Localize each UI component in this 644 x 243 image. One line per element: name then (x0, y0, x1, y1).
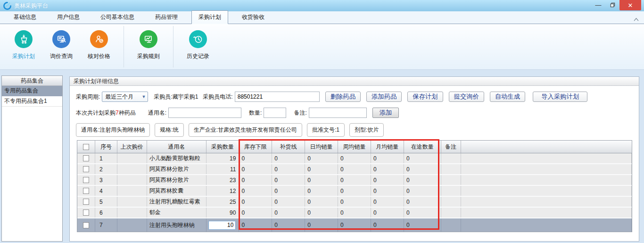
import-purchase-plan-button[interactable]: 导入采购计划 (533, 92, 587, 102)
cell-transit-qty: 0 (404, 218, 441, 232)
tab-company-info[interactable]: 公司基本信息 (93, 10, 141, 24)
row-checkbox[interactable] (83, 199, 89, 205)
generic-name-input[interactable] (168, 108, 241, 118)
column-header[interactable]: 日均销量 (305, 141, 338, 153)
toolbar-item-check-price[interactable]: 核对价格 (80, 24, 118, 69)
delete-drug-button[interactable]: 删除药品 (325, 92, 361, 102)
drug-info-tag: 剂型:饮片 (349, 123, 384, 137)
cell-weekly-avg: 0 (338, 175, 371, 185)
cell-filler (461, 153, 632, 163)
row-checkbox[interactable] (83, 166, 89, 172)
cell-purchase-qty (206, 218, 239, 232)
cell-remark (441, 175, 461, 185)
table-row[interactable]: 4阿莫西林胶囊12000000 (77, 186, 632, 197)
cell-filler (461, 197, 632, 207)
column-header[interactable]: 通用名 (147, 141, 206, 153)
cell-weekly-avg: 0 (338, 208, 371, 218)
cell-weekly-avg: 0 (338, 197, 371, 207)
close-button[interactable]: ✕ (619, 0, 641, 10)
cell-replenish-line: 0 (272, 175, 305, 185)
column-header[interactable]: 补货线 (272, 141, 305, 153)
remark-input[interactable] (309, 108, 367, 118)
column-header-filler (461, 141, 632, 153)
tab-user-info[interactable]: 用户信息 (50, 10, 87, 24)
tab-purchase-plan[interactable]: 采购计划 (191, 10, 228, 24)
window-title: 奥林采购平台 (14, 2, 48, 10)
column-header[interactable]: 库存下限 (239, 141, 272, 153)
cycle-select[interactable]: 最近三个月 ▼ (102, 92, 148, 102)
tab-drug-management[interactable]: 药品管理 (148, 10, 185, 24)
submit-inquiry-button[interactable]: 提交询价 (449, 92, 484, 102)
cell-last-price (117, 218, 147, 232)
cell-filler (461, 175, 632, 185)
generic-name-label: 通用名: (148, 109, 166, 117)
toolbar-item-purchase-rules[interactable]: 采购规则 (130, 24, 167, 69)
row-checkbox[interactable] (83, 188, 89, 194)
add-drug-button[interactable]: 添加药品 (366, 92, 402, 102)
phone-label: 采购员电话: (203, 93, 232, 101)
sidebar-item-non-special-drug-set-1[interactable]: 不专用药品集合1 (2, 96, 62, 107)
cell-monthly-avg: 0 (371, 153, 404, 163)
tab-receiving-acceptance[interactable]: 收货验收 (235, 10, 272, 24)
header-select-all[interactable] (77, 141, 95, 153)
toolbar-item-label: 询价查询 (50, 52, 73, 60)
sidebar-item-special-drug-set[interactable]: 专用药品集合 (2, 86, 62, 96)
cell-daily-avg: 0 (305, 175, 338, 185)
cell-filler (461, 208, 632, 218)
minimize-button[interactable]: — (591, 0, 605, 10)
column-header[interactable]: 周均销量 (338, 141, 371, 153)
collapse-ribbon-icon[interactable] (633, 17, 639, 22)
quantity-input[interactable] (264, 108, 286, 118)
column-header[interactable]: 上次购价 (117, 141, 147, 153)
cell-stock-lower: 0 (239, 197, 272, 207)
column-header[interactable]: 月均销量 (371, 141, 404, 153)
table-row[interactable]: 1小儿氨酚黄那敏颗粒19000000 (77, 153, 632, 164)
cell-purchase-qty: 11 (206, 164, 239, 174)
cell-stock-lower: 0 (239, 175, 272, 185)
cell-monthly-avg: 0 (371, 218, 404, 232)
restore-button[interactable] (605, 0, 619, 10)
drug-info-tag: 批准文号:1 (307, 123, 345, 137)
toolbar-item-inquiry-query[interactable]: 询价查询 (42, 24, 80, 69)
drug-tag-row: 通用名:注射用头孢唑林钠规格:统生产企业:甘肃效灵生物开发有限责任公司批准文号:… (76, 123, 639, 137)
toolbar-item-purchase-plan[interactable]: 采购计划 (5, 24, 42, 69)
column-header[interactable]: 序号 (95, 141, 117, 153)
row-checkbox[interactable] (83, 177, 89, 183)
column-header[interactable]: 在途数量 (404, 141, 441, 153)
cell-daily-avg: 0 (305, 208, 338, 218)
toolbar-item-history-record[interactable]: 历史记录 (179, 24, 217, 69)
cell-daily-avg: 0 (305, 186, 338, 196)
save-plan-button[interactable]: 保存计划 (407, 92, 443, 102)
row-checkbox[interactable] (83, 155, 89, 161)
drug-info-tag: 生产企业:甘肃效灵生物开发有限责任公司 (189, 123, 302, 137)
cell-no: 3 (95, 175, 117, 185)
table-row[interactable]: 5注射用乳糖酸红霉素25000000 (77, 197, 632, 208)
app-window: 奥林采购平台 — ✕ 基础信息用户信息公司基本信息药品管理采购计划收货验收 采购… (0, 0, 644, 243)
plan-detail-panel: 采购计划详细信息 采购周期: 最近三个月 ▼ 采购员:藏宇采购1 采购员电话: … (69, 76, 639, 242)
person-check-icon (90, 30, 108, 48)
auto-generate-button[interactable]: 自动生成 (490, 92, 525, 102)
tab-basic-info[interactable]: 基础信息 (7, 10, 43, 24)
phone-input[interactable] (235, 92, 320, 102)
cell-weekly-avg: 0 (338, 218, 371, 232)
add-button[interactable]: 添加 (372, 108, 399, 118)
column-header[interactable]: 采购数量 (206, 141, 239, 153)
cell-last-price (117, 164, 147, 174)
cell-replenish-line: 0 (272, 197, 305, 207)
table-row[interactable]: 3阿莫西林分散片23000000 (77, 175, 632, 186)
row-checkbox[interactable] (83, 222, 89, 228)
row-checkbox[interactable] (83, 209, 89, 216)
cell-replenish-line: 0 (272, 208, 305, 218)
cell-generic-name: 阿莫西林分散片 (147, 175, 206, 185)
column-header[interactable]: 备注 (441, 141, 461, 153)
cell-no: 7 (95, 218, 117, 232)
row-select-cell (77, 153, 95, 163)
table-row[interactable]: 7注射用头孢唑林钠000000 (77, 218, 632, 232)
cell-last-price (117, 175, 147, 185)
table-row[interactable]: 2阿莫西林分散片11000000 (77, 164, 632, 175)
qty-edit-input[interactable] (208, 221, 236, 230)
clock-history-icon (189, 30, 207, 48)
cell-filler (461, 218, 632, 232)
table-row[interactable]: 6郁金90000000 (77, 208, 632, 218)
chevron-down-icon: ▼ (141, 94, 146, 99)
